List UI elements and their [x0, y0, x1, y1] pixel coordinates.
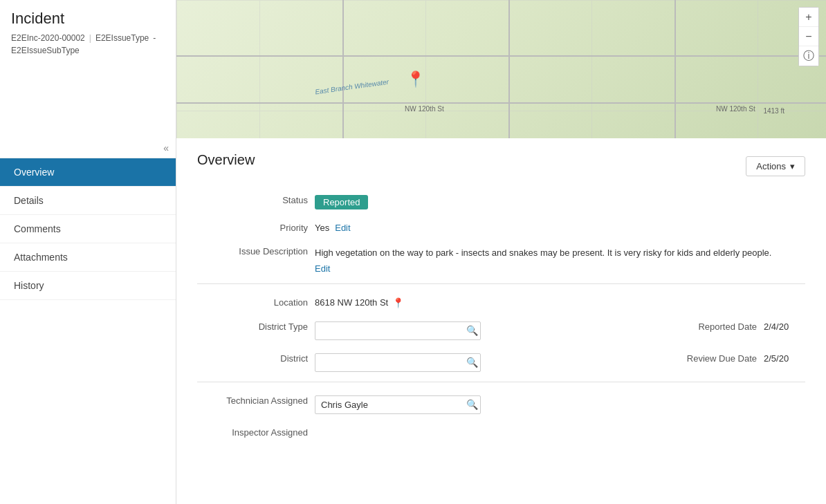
review-due-date-value: 2/5/20 [764, 350, 805, 364]
road-label-1: NW 120th St [405, 105, 444, 113]
location-value: 8618 NW 120th St 📍 [315, 294, 805, 308]
sidebar-item-comments[interactable]: Comments [0, 215, 176, 243]
road-label-2: NW 120th St [716, 105, 755, 113]
sidebar-item-history[interactable]: History [0, 272, 176, 300]
district-label: District [197, 350, 308, 364]
reported-date-col: Reported Date 2/4/20 [502, 318, 806, 332]
incident-issue-type: E2EIssueType [95, 33, 149, 43]
sidebar-item-details[interactable]: Details [0, 187, 176, 215]
status-value: Reported [315, 192, 805, 209]
meta-dash: - [153, 33, 156, 43]
map-canvas[interactable]: NW 120th St NW 120th St East Branch Whit… [176, 0, 826, 138]
technician-label: Technician Assigned [197, 392, 308, 406]
technician-input-wrapper: 🔍 [315, 395, 481, 414]
actions-label: Actions [756, 161, 786, 171]
district-col: District 🔍 [197, 350, 502, 372]
priority-yes: Yes [315, 223, 329, 233]
district-type-input-wrapper: 🔍 [315, 321, 481, 340]
review-due-date-label: Review Due Date [687, 350, 757, 364]
technician-input[interactable] [315, 395, 481, 414]
location-label: Location [197, 294, 308, 308]
issue-description-label: Issue Description [197, 243, 308, 256]
map-area: Incident E2EInc-2020-00002 | E2EIssueTyp… [0, 0, 826, 138]
divider-2 [197, 382, 805, 382]
priority-value: Yes Edit [315, 219, 805, 233]
inspector-label: Inspector Assigned [197, 424, 308, 438]
priority-edit-link[interactable]: Edit [335, 223, 350, 233]
sidebar-item-attachments[interactable]: Attachments [0, 243, 176, 272]
district-search-button[interactable]: 🔍 [466, 357, 478, 368]
status-badge: Reported [315, 195, 368, 209]
reported-date-label: Reported Date [698, 318, 757, 332]
technician-search-button[interactable]: 🔍 [466, 399, 478, 410]
page-title: Overview [197, 152, 255, 168]
sidebar-collapse-bar: « [0, 138, 176, 158]
map-zoom-controls: + − ⓘ [798, 7, 819, 66]
road-vertical-3 [674, 0, 676, 138]
map-info-button[interactable]: ⓘ [799, 46, 818, 66]
technician-row: Technician Assigned 🔍 [197, 392, 805, 414]
location-row: Location 8618 NW 120th St 📍 [197, 294, 805, 308]
incident-type-title: Incident [11, 10, 165, 28]
sidebar: « Overview Details Comments Attachments … [0, 138, 176, 504]
map-pin[interactable]: 📍 [406, 71, 425, 88]
actions-chevron-icon: ▾ [790, 161, 795, 171]
district-review-row: District 🔍 Review Due Date 2/5/20 [197, 350, 805, 372]
sidebar-item-overview[interactable]: Overview [0, 158, 176, 187]
sidebar-nav: Overview Details Comments Attachments Hi… [0, 158, 176, 504]
incident-issue-subtype: E2EIssueSubType [11, 46, 80, 55]
incident-id: E2EInc-2020-00002 [11, 33, 85, 43]
district-input[interactable] [315, 353, 481, 372]
district-type-label: District Type [197, 318, 308, 332]
status-label: Status [197, 192, 308, 205]
road-vertical-2 [508, 0, 510, 138]
location-pin-icon: 📍 [392, 297, 404, 308]
river-label: East Branch Whitewater [315, 78, 389, 96]
issue-description-row: Issue Description High vegetation on the… [197, 243, 805, 274]
district-type-reported-row: District Type 🔍 Reported Date 2/4/20 [197, 318, 805, 340]
reported-date-value: 2/4/20 [764, 318, 805, 332]
road-vertical-1 [342, 0, 344, 138]
issue-description-value: High vegetation on the way to park - ins… [315, 243, 805, 274]
issue-description-text: High vegetation on the way to park - ins… [315, 246, 805, 261]
inspector-field [315, 424, 805, 427]
inspector-row: Inspector Assigned [197, 424, 805, 438]
road-horizontal-2 [176, 55, 826, 57]
district-field: 🔍 [315, 350, 502, 372]
divider-1 [197, 283, 805, 284]
location-text: 8618 NW 120th St [315, 297, 388, 308]
incident-meta: E2EInc-2020-00002 | E2EIssueType - [11, 33, 165, 43]
road-horizontal-1 [176, 102, 826, 104]
district-type-input[interactable] [315, 321, 481, 340]
sidebar-collapse-button[interactable]: « [163, 142, 169, 153]
zoom-out-button[interactable]: − [799, 27, 818, 46]
technician-field: 🔍 [315, 392, 805, 414]
incident-header: Incident E2EInc-2020-00002 | E2EIssueTyp… [0, 0, 176, 138]
content-panel: Overview Actions ▾ Status Reported Prior… [176, 138, 826, 504]
main-area: « Overview Details Comments Attachments … [0, 138, 826, 504]
priority-row: Priority Yes Edit [197, 219, 805, 233]
meta-separator: | [89, 33, 91, 43]
incident-subtype-row: E2EIssueSubType [11, 46, 165, 55]
district-type-field: 🔍 [315, 318, 502, 340]
status-row: Status Reported [197, 192, 805, 209]
district-input-wrapper: 🔍 [315, 353, 481, 372]
district-type-search-button[interactable]: 🔍 [466, 325, 478, 336]
actions-button[interactable]: Actions ▾ [746, 156, 805, 176]
issue-description-edit-link[interactable]: Edit [315, 263, 805, 274]
district-type-col: District Type 🔍 [197, 318, 502, 340]
elevation-label: 1413 ft [763, 107, 784, 115]
review-due-date-col: Review Due Date 2/5/20 [502, 350, 806, 364]
priority-label: Priority [197, 219, 308, 233]
zoom-in-button[interactable]: + [799, 8, 818, 27]
